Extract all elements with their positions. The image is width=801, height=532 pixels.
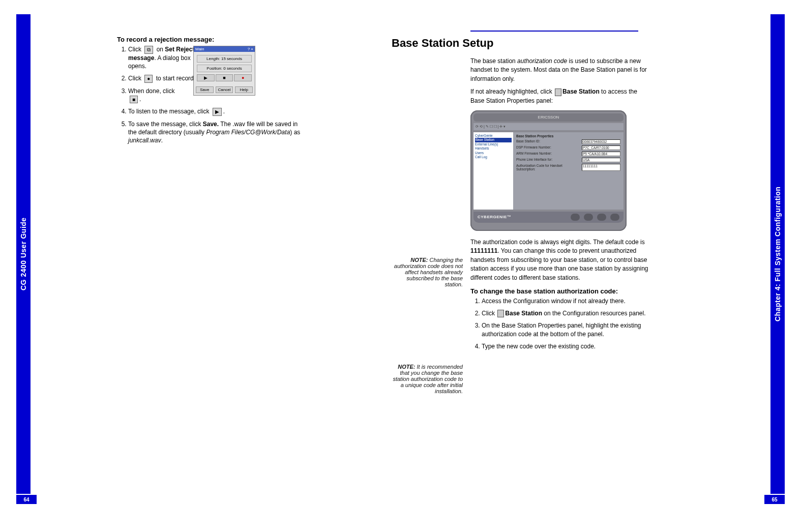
dialog-stop-button[interactable]: ■ [216,74,233,81]
dialog-cancel-button[interactable]: Cancel [216,86,233,93]
prop-row-dsp: DSP Firmware Number: P7C_CA/R7.0100 [516,145,620,150]
tree-call-log[interactable]: Call Log [475,155,512,159]
cybergenie-logo: CYBERGENIE™ [478,215,511,219]
prop-row-interface: Phone Line Interface for: USA [516,158,620,162]
step-5: To save the message, click Save. The .wa… [128,120,305,145]
change-step-2: Click Base Station on the Configuration … [482,309,651,317]
config-tree[interactable]: CyberGenie Base Station External Line(s)… [473,132,513,210]
step-4: To listen to the message, click ▶. [128,107,305,116]
base-station-icon [555,88,561,96]
props-title: Base Station Properties [516,134,620,138]
page-number-left: 64 [16,495,37,504]
footer-btn-3[interactable] [597,214,606,221]
record-icon: ● [144,75,153,83]
tree-users[interactable]: Users [475,151,512,155]
base-station-properties-screenshot: ERICSSON ⟳ ⟲ | ✎ ☐ ☐ | ✢ ▾ CyberGenie Ba… [470,110,627,231]
rejection-heading: To record a rejection message: [117,36,305,43]
phone-line-interface-field: USA [582,158,620,162]
stop-icon: ■ [130,96,138,104]
arm-firmware-field: P5 *CA/A10.0B4 [582,152,620,156]
title-rule [470,31,638,32]
prop-row-id: Base Station ID: 0080379480032 [516,139,620,144]
app-toolbar: ⟳ ⟲ | ✎ ☐ ☐ | ✢ ▾ [473,123,624,130]
dsp-firmware-field: P7C_CA/R7.0100 [582,145,620,150]
page-number-right: 65 [764,495,785,504]
dialog-record-button[interactable]: ● [234,74,252,81]
intro-paragraph-1: The base station authorization code is u… [470,57,651,83]
margin-note-1: NOTE: Changing the authorization code do… [389,257,463,287]
prop-row-arm: ARM Firmware Number: P5 *CA/A10.0B4 [516,152,620,156]
change-auth-heading: To change the base station authorization… [470,287,651,295]
play-icon: ▶ [213,108,222,116]
right-chapter-tab: Chapter 4: Full System Configuration [770,14,785,494]
dialog-help-button[interactable]: Help [235,86,253,93]
change-step-3: On the Base Station Properties panel, hi… [482,321,651,338]
dialog-length-field: Length: 15 seconds [197,55,252,63]
tree-handsets[interactable]: Handsets [475,146,512,151]
prop-row-auth: Authorization Code for Handset Subscript… [516,164,620,171]
margin-note-2: NOTE: It is recommended that you change … [389,364,463,394]
footer-btn-4[interactable] [610,214,619,221]
change-step-4: Type the new code over the existing code… [482,342,651,350]
dialog-title-text: Main [195,47,204,51]
app-header: ERICSSON [473,113,624,122]
base-station-icon [497,310,504,317]
dialog-save-button[interactable]: Save [196,86,214,93]
record-menu-icon: ⧉ [144,46,153,54]
tree-external-lines[interactable]: External Line(s) [475,142,512,146]
tree-base-station[interactable]: Base Station [475,138,512,142]
dialog-position-field: Position: 0 seconds [197,65,252,72]
tree-cybergenie[interactable]: CyberGenie [475,134,512,138]
dialog-play-button[interactable]: ▶ [197,74,215,81]
change-step-1: Access the Configuration window if not a… [482,297,651,305]
footer-btn-1[interactable] [571,214,580,221]
base-station-id-field: 0080379480032 [582,139,620,144]
left-chapter-tab: CG 2400 User Guide [16,14,31,494]
auth-code-paragraph: The authorization code is always eight d… [470,238,651,282]
recording-dialog: Main ? × Length: 15 seconds Position: 0 … [193,46,255,96]
base-station-title: Base Station Setup [392,37,651,50]
footer-btn-2[interactable] [584,214,593,221]
dialog-close-icons: ? × [248,47,253,51]
authorization-code-field[interactable]: 11111111 [582,164,620,171]
intro-paragraph-2: If not already highlighted, click Base S… [470,87,651,105]
